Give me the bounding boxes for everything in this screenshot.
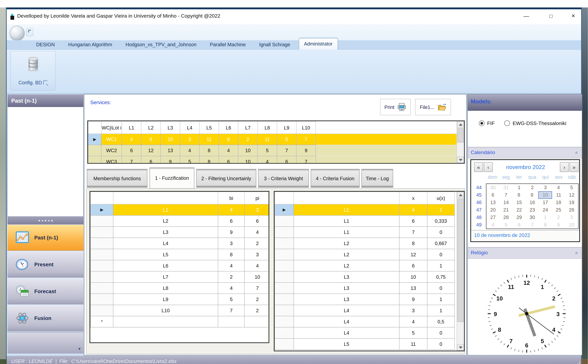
calendar-day-4[interactable]: 4 xyxy=(486,221,500,229)
row-header[interactable] xyxy=(91,294,113,305)
cell-bi[interactable]: 4 xyxy=(218,204,245,215)
cell-x[interactable]: 7 xyxy=(399,227,427,238)
calendar-prev-year-button[interactable]: « xyxy=(474,162,483,172)
calendar-day-9[interactable]: 9 xyxy=(552,221,565,229)
cell-value[interactable]: 6 xyxy=(219,156,238,164)
calendar-day-5[interactable]: 5 xyxy=(565,184,578,191)
tab-1-fuzzification[interactable]: 1 - Fuzzification xyxy=(150,168,194,189)
cell-value[interactable]: 13 xyxy=(161,145,180,156)
cell-x[interactable]: 10 xyxy=(399,271,427,283)
calendar-day-13[interactable]: 13 xyxy=(486,199,500,206)
cell-ux[interactable]: 0 xyxy=(427,227,455,238)
minimize-button[interactable]: — xyxy=(518,10,534,22)
row-header[interactable] xyxy=(275,260,294,271)
cell-x[interactable]: 4 xyxy=(399,204,427,215)
row-header[interactable] xyxy=(91,260,113,271)
calendar-day-17[interactable]: 17 xyxy=(539,199,552,206)
column-header-l4[interactable]: L4 xyxy=(180,121,199,134)
cell-pi[interactable]: 3 xyxy=(245,204,269,215)
cell-pi[interactable]: 7 xyxy=(245,283,269,294)
cell-x[interactable]: 13 xyxy=(399,283,427,294)
column-header-l5[interactable]: L5 xyxy=(199,121,219,134)
calendar-day-3[interactable]: 3 xyxy=(539,184,552,191)
calendar-day-25[interactable]: 25 xyxy=(552,206,565,214)
cell-value[interactable]: 6 xyxy=(277,156,296,164)
column-header[interactable] xyxy=(294,192,399,204)
cell-value[interactable]: 8 xyxy=(219,134,238,145)
calendar-section-header[interactable]: Calendário « xyxy=(468,147,582,159)
application-menu-orb[interactable] xyxy=(10,26,25,41)
cell-ux[interactable]: 0,333 xyxy=(427,215,455,227)
column-header-ux[interactable]: u(x) xyxy=(427,192,455,204)
cell-value[interactable]: 9 xyxy=(161,156,180,164)
sidebar-overflow-strip[interactable]: ▾ xyxy=(7,332,84,354)
calendar-day-16[interactable]: 16 xyxy=(526,199,539,206)
cell-ux[interactable]: 1 xyxy=(427,294,455,305)
new-row-marker[interactable]: * xyxy=(91,316,113,327)
grid-corner[interactable] xyxy=(91,192,113,204)
row-name[interactable]: L5 xyxy=(294,338,399,350)
radio-fif[interactable]: FIF xyxy=(479,121,495,126)
filler[interactable] xyxy=(316,145,458,156)
cell-pi[interactable]: 2 xyxy=(245,294,269,305)
scroll-down-button[interactable] xyxy=(457,157,464,163)
row-header[interactable] xyxy=(91,238,113,249)
cell-value[interactable]: 5 xyxy=(180,156,199,164)
grid-corner[interactable] xyxy=(275,192,294,204)
calendar-day-19[interactable]: 19 xyxy=(565,199,578,206)
cell-value[interactable]: 3 xyxy=(180,134,199,145)
row-header[interactable] xyxy=(275,227,294,238)
ribbon-tab-hungarian-algorithm[interactable]: Hungarian Algorithm xyxy=(63,40,117,49)
calendar-day-3[interactable]: 3 xyxy=(565,214,578,221)
row-name[interactable]: L2 xyxy=(294,249,399,260)
tab-time-log[interactable]: Time - Log xyxy=(361,169,393,188)
cell-value[interactable]: 8 xyxy=(141,134,161,145)
calendar-day-2[interactable]: 2 xyxy=(526,184,539,191)
calendar-day-8[interactable]: 8 xyxy=(512,191,525,199)
cell-x[interactable]: 11 xyxy=(399,338,427,350)
column-header-l1[interactable]: L1 xyxy=(122,121,141,134)
cell-pi[interactable]: 10 xyxy=(245,271,269,283)
cell-ux[interactable]: 0,5 xyxy=(427,316,455,327)
ribbon-tab-hodgson-vs-tpv-and-johnson[interactable]: Hodgson_vs_TPV_and_Johnson xyxy=(121,40,201,49)
column-header-l9[interactable]: L9 xyxy=(277,121,296,134)
row-header[interactable]: ▶ xyxy=(91,204,113,215)
row-name[interactable]: L7 xyxy=(113,271,218,283)
column-header-l8[interactable]: L8 xyxy=(257,121,277,134)
row-name[interactable]: L3 xyxy=(113,227,218,238)
calendar-day-15[interactable]: 15 xyxy=(513,199,526,206)
maximize-button[interactable]: □ xyxy=(543,10,559,22)
quick-access-dropdown[interactable]: ▾ xyxy=(26,28,33,36)
cell-value[interactable]: 9 xyxy=(296,145,316,156)
cell-x[interactable]: 12 xyxy=(399,249,427,260)
column-header-x[interactable]: x xyxy=(399,192,427,204)
row-header[interactable] xyxy=(88,145,101,156)
cell-value[interactable]: 10 xyxy=(238,156,257,164)
cell-value[interactable]: 2 xyxy=(238,134,257,145)
row-header[interactable] xyxy=(275,294,294,305)
sidebar-item-past-n-1[interactable]: Past (n-1) xyxy=(7,225,84,251)
ribbon-tab-design[interactable]: DESIGN xyxy=(31,40,60,49)
services-scrollbar[interactable] xyxy=(457,121,464,163)
cell-value[interactable]: 4 xyxy=(122,134,141,145)
cell-bi[interactable]: 6 xyxy=(218,215,245,227)
row-header[interactable] xyxy=(275,305,294,316)
cell-bi[interactable]: 9 xyxy=(218,227,245,238)
cell-value[interactable]: 4 xyxy=(257,156,277,164)
row-header[interactable]: ▶ xyxy=(275,204,294,215)
calendar-day-21[interactable]: 21 xyxy=(500,206,513,214)
calendar-day-30[interactable]: 30 xyxy=(526,214,539,221)
cell-x[interactable]: 4 xyxy=(399,316,427,327)
row-name[interactable]: L5 xyxy=(113,249,218,260)
file-open-button[interactable]: File1... xyxy=(415,99,451,115)
row-header[interactable] xyxy=(91,305,113,316)
calendar-day-10[interactable]: 10 xyxy=(538,191,552,199)
column-header[interactable] xyxy=(113,192,218,204)
calendar-day-30[interactable]: 30 xyxy=(486,184,500,191)
cell-x[interactable]: 3 xyxy=(399,305,427,316)
sidebar-item-forecast[interactable]: Forecast xyxy=(7,278,84,304)
calendar-day-10[interactable]: 10 xyxy=(565,221,578,229)
row-header[interactable] xyxy=(91,227,113,238)
calendar-day-18[interactable]: 18 xyxy=(552,199,565,206)
calendar-day-1[interactable]: 1 xyxy=(539,214,552,221)
